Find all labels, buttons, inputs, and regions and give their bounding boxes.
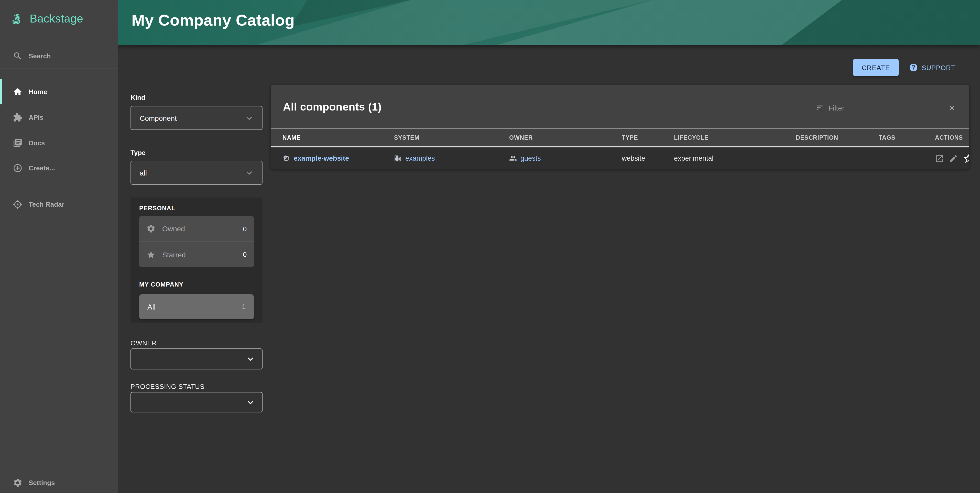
type-select[interactable]: all <box>130 161 262 185</box>
sidebar-item-label: Settings <box>29 479 55 487</box>
table-row: example-website examples guests website … <box>271 148 969 169</box>
owned-label: Owned <box>162 224 185 233</box>
owner-select[interactable] <box>130 348 262 369</box>
support-button[interactable]: SUPPORT <box>909 59 955 76</box>
help-icon <box>909 63 918 72</box>
page-title: My Company Catalog <box>132 11 295 30</box>
processing-status-label: PROCESSING STATUS <box>130 383 205 390</box>
lifecycle-cell: experimental <box>674 154 796 162</box>
open-in-new-icon[interactable] <box>935 154 944 163</box>
column-header-owner[interactable]: OWNER <box>509 134 622 140</box>
gear-icon <box>12 477 22 488</box>
active-indicator <box>0 79 2 104</box>
gear-icon <box>146 224 156 233</box>
type-cell: website <box>622 154 674 162</box>
all-label: All <box>147 303 156 311</box>
owned-filter-item[interactable]: Owned 0 <box>139 216 254 242</box>
app-root: B Backstage Search Home APIs <box>0 0 980 493</box>
sidebar-item-settings[interactable]: Settings <box>0 470 118 493</box>
create-button[interactable]: CREATE <box>853 59 899 76</box>
column-header-description[interactable]: DESCRIPTION <box>796 134 879 140</box>
sidebar-divider <box>0 68 118 69</box>
starred-count: 0 <box>243 251 247 258</box>
support-label: SUPPORT <box>922 64 955 72</box>
column-header-system[interactable]: SYSTEM <box>394 134 509 140</box>
chevron-down-icon <box>243 112 255 124</box>
chevron-down-icon <box>246 355 255 363</box>
brand-name: Backstage <box>30 12 83 25</box>
radar-icon <box>12 199 22 209</box>
star-icon <box>146 250 156 259</box>
entity-link[interactable]: example-website <box>294 154 349 162</box>
table-header-row: NAME SYSTEM OWNER TYPE LIFECYCLE DESCRIP… <box>271 129 969 147</box>
sidebar-item-docs[interactable]: Docs <box>0 130 118 156</box>
filter-input[interactable] <box>829 104 943 112</box>
catalog-table-card: All components (1) NAME SYSTEM OWNER TYP… <box>271 85 969 169</box>
company-header: MY COMPANY <box>139 281 183 288</box>
kind-label: Kind <box>130 94 145 101</box>
edit-icon[interactable] <box>949 154 958 163</box>
sidebar-item-search[interactable]: Search <box>0 43 118 68</box>
column-header-type[interactable]: TYPE <box>622 134 674 140</box>
name-cell: example-website <box>283 154 394 162</box>
all-count: 1 <box>242 303 246 310</box>
starred-label: Starred <box>162 250 186 259</box>
table-title: All components (1) <box>283 101 382 113</box>
app-header: My Company Catalog <box>118 0 980 45</box>
column-header-tags[interactable]: TAGS <box>879 134 935 140</box>
sidebar-item-label: Tech Radar <box>29 200 64 208</box>
sidebar-divider <box>0 466 118 466</box>
building-icon <box>394 154 402 162</box>
sidebar-item-label: Docs <box>29 139 45 146</box>
kind-select[interactable]: Component <box>130 106 262 130</box>
type-label: Type <box>130 149 146 157</box>
sidebar-divider <box>0 185 118 185</box>
system-link[interactable]: examples <box>405 154 435 162</box>
system-cell: examples <box>394 154 509 162</box>
sidebar-item-home[interactable]: Home <box>0 79 118 104</box>
brand-logo[interactable]: B Backstage <box>11 12 83 25</box>
home-icon <box>12 86 22 97</box>
sidebar-item-label: Create... <box>29 164 55 172</box>
sidebar-item-label: APIs <box>29 113 43 121</box>
chevron-down-icon <box>243 167 255 178</box>
docs-icon <box>12 138 22 148</box>
all-filter-item[interactable]: All 1 <box>139 294 254 319</box>
starred-filter-item[interactable]: Starred 0 <box>139 242 254 267</box>
star-outline-icon[interactable] <box>963 153 969 164</box>
puzzle-icon <box>12 112 22 122</box>
main-content: CREATE SUPPORT Kind Component Type all <box>118 45 980 493</box>
personal-group: Owned 0 Starred 0 <box>139 216 254 267</box>
owner-link[interactable]: guests <box>520 154 541 162</box>
search-icon <box>12 51 22 61</box>
filter-icon <box>816 104 824 112</box>
people-icon <box>509 154 517 162</box>
sidebar: B Backstage Search Home APIs <box>0 0 118 493</box>
personal-header: PERSONAL <box>139 205 254 212</box>
sidebar-item-create[interactable]: Create... <box>0 155 118 181</box>
owner-cell: guests <box>509 154 622 162</box>
clear-filter-icon[interactable] <box>948 104 956 112</box>
type-value: all <box>140 169 147 177</box>
svg-text:B: B <box>14 13 21 22</box>
backstage-logo-icon: B <box>11 12 25 25</box>
owned-count: 0 <box>243 225 247 232</box>
processing-status-select[interactable] <box>130 392 262 412</box>
actions-cell <box>935 153 969 164</box>
chevron-down-icon <box>246 398 255 407</box>
sidebar-item-label: Home <box>29 88 47 95</box>
sidebar-item-tech-radar[interactable]: Tech Radar <box>0 191 118 217</box>
sidebar-item-apis[interactable]: APIs <box>0 104 118 130</box>
column-header-actions: ACTIONS <box>935 134 963 140</box>
entity-picker-panel: PERSONAL Owned 0 Starred 0 <box>130 197 262 323</box>
owner-label: OWNER <box>130 339 157 347</box>
column-header-lifecycle[interactable]: LIFECYCLE <box>674 134 796 140</box>
component-chip-icon <box>283 154 290 162</box>
column-header-name[interactable]: NAME <box>283 134 394 140</box>
table-filter <box>816 100 956 116</box>
kind-value: Component <box>140 114 177 122</box>
sidebar-item-label: Search <box>29 52 51 60</box>
plus-circle-icon <box>12 163 22 173</box>
